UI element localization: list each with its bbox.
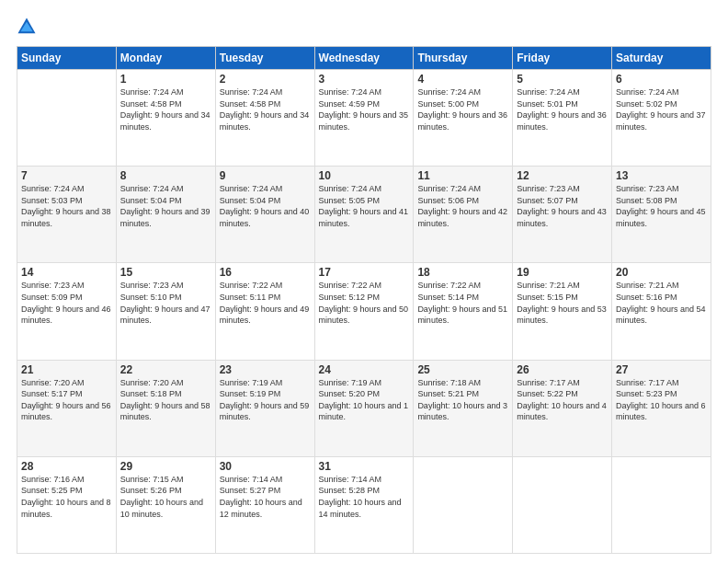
day-info: Sunrise: 7:19 AMSunset: 5:20 PMDaylight:… — [319, 377, 410, 423]
day-number: 7 — [21, 169, 112, 182]
calendar-cell: 10Sunrise: 7:24 AMSunset: 5:05 PMDayligh… — [314, 167, 414, 263]
day-number: 28 — [21, 460, 112, 473]
calendar-cell: 6Sunrise: 7:24 AMSunset: 5:02 PMDaylight… — [612, 70, 711, 167]
calendar-cell: 27Sunrise: 7:17 AMSunset: 5:23 PMDayligh… — [612, 360, 711, 456]
day-number: 14 — [21, 266, 112, 279]
calendar-week-row: 1Sunrise: 7:24 AMSunset: 4:58 PMDaylight… — [17, 70, 711, 167]
calendar-weekday-tuesday: Tuesday — [215, 47, 314, 70]
day-number: 2 — [220, 73, 311, 86]
day-info: Sunrise: 7:24 AMSunset: 5:02 PMDaylight:… — [616, 86, 707, 132]
day-number: 12 — [517, 169, 608, 182]
day-info: Sunrise: 7:23 AMSunset: 5:09 PMDaylight:… — [21, 280, 112, 326]
header — [17, 17, 711, 37]
calendar-cell: 25Sunrise: 7:18 AMSunset: 5:21 PMDayligh… — [414, 360, 513, 456]
day-number: 19 — [517, 266, 608, 279]
calendar-cell — [414, 456, 513, 553]
calendar-cell: 24Sunrise: 7:19 AMSunset: 5:20 PMDayligh… — [314, 360, 414, 456]
day-number: 15 — [120, 266, 211, 279]
logo-icon — [17, 17, 37, 37]
day-info: Sunrise: 7:24 AMSunset: 5:05 PMDaylight:… — [319, 183, 410, 229]
day-info: Sunrise: 7:15 AMSunset: 5:26 PMDaylight:… — [120, 474, 211, 520]
day-info: Sunrise: 7:22 AMSunset: 5:12 PMDaylight:… — [319, 280, 410, 326]
calendar-cell: 18Sunrise: 7:22 AMSunset: 5:14 PMDayligh… — [414, 263, 513, 360]
day-info: Sunrise: 7:24 AMSunset: 4:59 PMDaylight:… — [319, 86, 410, 132]
day-number: 3 — [319, 73, 410, 86]
day-info: Sunrise: 7:24 AMSunset: 5:06 PMDaylight:… — [417, 183, 508, 229]
day-info: Sunrise: 7:24 AMSunset: 5:01 PMDaylight:… — [517, 86, 608, 132]
calendar-cell: 14Sunrise: 7:23 AMSunset: 5:09 PMDayligh… — [17, 263, 117, 360]
calendar-cell: 29Sunrise: 7:15 AMSunset: 5:26 PMDayligh… — [116, 456, 215, 553]
day-number: 17 — [319, 266, 410, 279]
day-info: Sunrise: 7:21 AMSunset: 5:16 PMDaylight:… — [616, 280, 707, 326]
day-info: Sunrise: 7:16 AMSunset: 5:25 PMDaylight:… — [21, 474, 112, 520]
day-info: Sunrise: 7:17 AMSunset: 5:22 PMDaylight:… — [517, 377, 608, 423]
calendar-week-row: 28Sunrise: 7:16 AMSunset: 5:25 PMDayligh… — [17, 456, 711, 553]
calendar-weekday-sunday: Sunday — [17, 47, 117, 70]
calendar-cell: 8Sunrise: 7:24 AMSunset: 5:04 PMDaylight… — [116, 167, 215, 263]
day-info: Sunrise: 7:19 AMSunset: 5:19 PMDaylight:… — [220, 377, 311, 423]
day-info: Sunrise: 7:24 AMSunset: 5:03 PMDaylight:… — [21, 183, 112, 229]
day-info: Sunrise: 7:14 AMSunset: 5:27 PMDaylight:… — [220, 474, 311, 520]
day-number: 11 — [417, 169, 508, 182]
calendar-header-row: SundayMondayTuesdayWednesdayThursdayFrid… — [17, 47, 711, 70]
day-number: 6 — [616, 73, 707, 86]
day-info: Sunrise: 7:23 AMSunset: 5:10 PMDaylight:… — [120, 280, 211, 326]
calendar-cell — [612, 456, 711, 553]
day-number: 1 — [120, 73, 211, 86]
calendar-cell: 12Sunrise: 7:23 AMSunset: 5:07 PMDayligh… — [513, 167, 612, 263]
day-number: 21 — [21, 363, 112, 376]
day-info: Sunrise: 7:24 AMSunset: 5:04 PMDaylight:… — [220, 183, 311, 229]
day-number: 31 — [319, 460, 410, 473]
calendar-weekday-friday: Friday — [513, 47, 612, 70]
day-number: 26 — [517, 363, 608, 376]
calendar-week-row: 14Sunrise: 7:23 AMSunset: 5:09 PMDayligh… — [17, 263, 711, 360]
day-number: 22 — [120, 363, 211, 376]
page: SundayMondayTuesdayWednesdayThursdayFrid… — [0, 0, 728, 563]
calendar-cell: 2Sunrise: 7:24 AMSunset: 4:58 PMDaylight… — [215, 70, 314, 167]
calendar-cell: 1Sunrise: 7:24 AMSunset: 4:58 PMDaylight… — [116, 70, 215, 167]
calendar-table: SundayMondayTuesdayWednesdayThursdayFrid… — [17, 46, 711, 554]
calendar-weekday-monday: Monday — [116, 47, 215, 70]
calendar-cell: 23Sunrise: 7:19 AMSunset: 5:19 PMDayligh… — [215, 360, 314, 456]
day-number: 16 — [220, 266, 311, 279]
day-info: Sunrise: 7:24 AMSunset: 5:00 PMDaylight:… — [417, 86, 508, 132]
calendar-cell: 19Sunrise: 7:21 AMSunset: 5:15 PMDayligh… — [513, 263, 612, 360]
calendar-weekday-wednesday: Wednesday — [314, 47, 414, 70]
day-number: 10 — [319, 169, 410, 182]
calendar-cell: 13Sunrise: 7:23 AMSunset: 5:08 PMDayligh… — [612, 167, 711, 263]
calendar-week-row: 7Sunrise: 7:24 AMSunset: 5:03 PMDaylight… — [17, 167, 711, 263]
calendar-cell: 7Sunrise: 7:24 AMSunset: 5:03 PMDaylight… — [17, 167, 117, 263]
day-info: Sunrise: 7:22 AMSunset: 5:11 PMDaylight:… — [220, 280, 311, 326]
day-info: Sunrise: 7:24 AMSunset: 4:58 PMDaylight:… — [120, 86, 211, 132]
calendar-cell: 5Sunrise: 7:24 AMSunset: 5:01 PMDaylight… — [513, 70, 612, 167]
day-number: 30 — [220, 460, 311, 473]
day-number: 8 — [120, 169, 211, 182]
calendar-cell: 11Sunrise: 7:24 AMSunset: 5:06 PMDayligh… — [414, 167, 513, 263]
day-info: Sunrise: 7:20 AMSunset: 5:17 PMDaylight:… — [21, 377, 112, 423]
day-number: 24 — [319, 363, 410, 376]
calendar-cell: 22Sunrise: 7:20 AMSunset: 5:18 PMDayligh… — [116, 360, 215, 456]
day-number: 5 — [517, 73, 608, 86]
day-number: 25 — [417, 363, 508, 376]
day-number: 4 — [417, 73, 508, 86]
calendar-cell: 26Sunrise: 7:17 AMSunset: 5:22 PMDayligh… — [513, 360, 612, 456]
day-number: 29 — [120, 460, 211, 473]
calendar-cell — [17, 70, 117, 167]
day-number: 27 — [616, 363, 707, 376]
day-number: 18 — [417, 266, 508, 279]
calendar-cell: 15Sunrise: 7:23 AMSunset: 5:10 PMDayligh… — [116, 263, 215, 360]
day-info: Sunrise: 7:23 AMSunset: 5:07 PMDaylight:… — [517, 183, 608, 229]
day-info: Sunrise: 7:21 AMSunset: 5:15 PMDaylight:… — [517, 280, 608, 326]
day-number: 13 — [616, 169, 707, 182]
calendar-cell: 17Sunrise: 7:22 AMSunset: 5:12 PMDayligh… — [314, 263, 414, 360]
day-number: 23 — [220, 363, 311, 376]
day-info: Sunrise: 7:17 AMSunset: 5:23 PMDaylight:… — [616, 377, 707, 423]
calendar-weekday-thursday: Thursday — [414, 47, 513, 70]
calendar-cell: 3Sunrise: 7:24 AMSunset: 4:59 PMDaylight… — [314, 70, 414, 167]
calendar-cell: 20Sunrise: 7:21 AMSunset: 5:16 PMDayligh… — [612, 263, 711, 360]
calendar-cell: 30Sunrise: 7:14 AMSunset: 5:27 PMDayligh… — [215, 456, 314, 553]
calendar-cell: 21Sunrise: 7:20 AMSunset: 5:17 PMDayligh… — [17, 360, 117, 456]
day-info: Sunrise: 7:24 AMSunset: 5:04 PMDaylight:… — [120, 183, 211, 229]
day-info: Sunrise: 7:22 AMSunset: 5:14 PMDaylight:… — [417, 280, 508, 326]
day-info: Sunrise: 7:20 AMSunset: 5:18 PMDaylight:… — [120, 377, 211, 423]
